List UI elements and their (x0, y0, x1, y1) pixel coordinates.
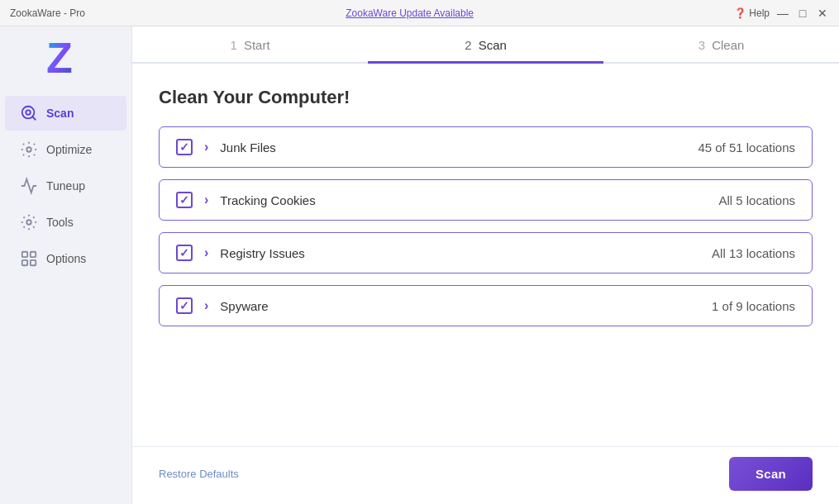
sidebar-options-label: Options (46, 252, 86, 265)
maximize-button[interactable]: □ (796, 7, 809, 20)
content-area: 1 Start 2 Scan 3 Clean Clean Your Comput… (132, 26, 839, 504)
sidebar-optimize-label: Optimize (46, 143, 92, 156)
restore-defaults-link[interactable]: Restore Defaults (159, 468, 239, 480)
tab-clean-num: 3 (698, 38, 705, 52)
checkmark-icon: ✓ (179, 141, 189, 153)
svg-rect-6 (31, 252, 36, 257)
footer: Restore Defaults Scan (132, 446, 839, 504)
sidebar: Z Scan Optimize (0, 26, 132, 504)
tab-start-num: 1 (230, 38, 236, 52)
svg-point-1 (22, 107, 35, 119)
titlebar: ZookaWare - Pro ZookaWare Update Availab… (0, 0, 839, 26)
options-icon (20, 250, 38, 268)
scan-checkbox-3[interactable]: ✓ (176, 297, 193, 314)
sidebar-scan-label: Scan (46, 107, 74, 120)
scan-items-list: ✓ › Junk Files 45 of 51 locations ✓ › Tr… (159, 126, 813, 326)
scan-item[interactable]: ✓ › Registry Issues All 13 locations (159, 232, 813, 273)
scan-item-name: Junk Files (220, 140, 686, 155)
svg-point-2 (26, 110, 30, 115)
tools-icon (20, 213, 38, 231)
svg-rect-5 (22, 252, 27, 257)
tab-scan-num: 2 (465, 38, 471, 52)
scan-checkbox-1[interactable]: ✓ (176, 192, 193, 208)
app-title: ZookaWare - Pro (10, 7, 85, 19)
tuneup-icon (20, 177, 38, 195)
tab-scan[interactable]: 2 Scan (368, 26, 603, 62)
chevron-right-icon: › (204, 298, 208, 313)
scan-item[interactable]: ✓ › Spyware 1 of 9 locations (159, 285, 813, 326)
logo-container: Z (43, 35, 89, 81)
scan-item[interactable]: ✓ › Junk Files 45 of 51 locations (159, 126, 813, 168)
scan-item[interactable]: ✓ › Tracking Cookies All 5 locations (159, 179, 813, 221)
tab-clean-label: Clean (712, 38, 744, 52)
sidebar-tuneup-label: Tuneup (46, 179, 85, 193)
sidebar-item-tools[interactable]: Tools (5, 205, 126, 240)
svg-rect-7 (22, 260, 27, 265)
scan-button[interactable]: Scan (729, 457, 813, 491)
close-button[interactable]: ✕ (816, 7, 829, 20)
checkmark-icon: ✓ (179, 300, 189, 311)
sidebar-item-optimize[interactable]: Optimize (5, 132, 126, 167)
tab-scan-label: Scan (479, 38, 507, 52)
scan-item-count: 1 of 9 locations (712, 299, 795, 313)
optimize-icon (20, 140, 38, 159)
tab-clean[interactable]: 3 Clean (603, 26, 839, 62)
tabs-bar: 1 Start 2 Scan 3 Clean (132, 26, 839, 64)
scan-item-count: All 5 locations (718, 193, 795, 207)
scan-item-name: Registry Issues (220, 246, 700, 260)
logo-icon: Z (43, 35, 89, 81)
sidebar-tools-label: Tools (46, 216, 74, 229)
sidebar-nav: Scan Optimize Tuneup (0, 94, 131, 278)
main-content: Clean Your Computer! ✓ › Junk Files 45 o… (132, 64, 839, 446)
scan-checkbox-0[interactable]: ✓ (176, 139, 193, 155)
chevron-right-icon: › (204, 245, 208, 260)
svg-point-3 (26, 147, 31, 152)
scan-icon (20, 104, 38, 122)
svg-rect-8 (31, 260, 36, 265)
scan-item-name: Tracking Cookies (220, 193, 707, 207)
minimize-button[interactable]: — (776, 7, 789, 20)
tab-start[interactable]: 1 Start (132, 26, 368, 62)
sidebar-item-options[interactable]: Options (5, 241, 126, 276)
question-icon: ❓ (734, 7, 746, 19)
scan-checkbox-2[interactable]: ✓ (176, 245, 193, 261)
svg-text:Z: Z (46, 35, 73, 81)
sidebar-item-tuneup[interactable]: Tuneup (5, 169, 126, 203)
scan-item-name: Spyware (220, 299, 700, 313)
update-link[interactable]: ZookaWare Update Available (346, 7, 474, 19)
svg-point-4 (26, 220, 31, 225)
checkmark-icon: ✓ (179, 247, 189, 259)
sidebar-item-scan[interactable]: Scan (5, 96, 126, 131)
window-controls: ❓ Help — □ ✕ (734, 7, 829, 20)
checkmark-icon: ✓ (179, 194, 189, 206)
page-title: Clean Your Computer! (159, 87, 813, 108)
chevron-right-icon: › (204, 140, 208, 155)
help-label[interactable]: ❓ Help (734, 7, 770, 19)
app-body: Z Scan Optimize (0, 26, 839, 504)
scan-item-count: 45 of 51 locations (698, 140, 795, 155)
scan-item-count: All 13 locations (712, 246, 795, 260)
tab-start-label: Start (244, 38, 270, 52)
chevron-right-icon: › (204, 193, 208, 207)
